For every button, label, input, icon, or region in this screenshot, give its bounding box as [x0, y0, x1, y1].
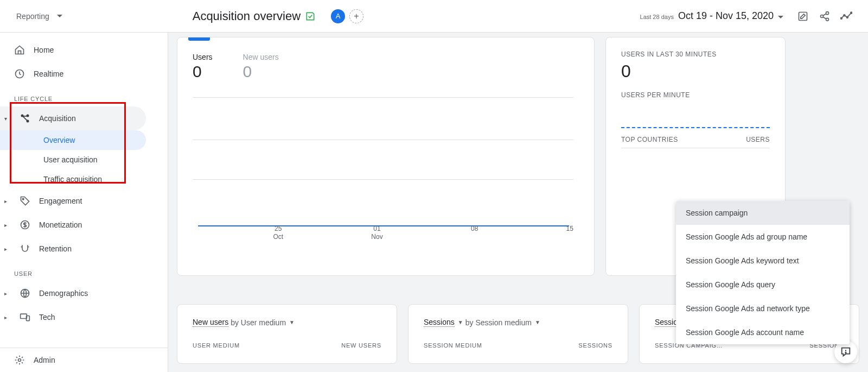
sidebar-item-traffic-acquisition[interactable]: Traffic acquisition [0, 169, 146, 189]
col-header-left: TOP COUNTRIES [621, 136, 678, 143]
realtime-subtitle: USERS PER MINUTE [621, 91, 770, 99]
sessions-medium-card: Sessions ▼ by Session medium ▼ SESSION M… [408, 304, 628, 364]
clock-icon [14, 68, 25, 79]
sparkline-placeholder [621, 127, 770, 128]
date-range-value: Oct 19 - Nov 15, 2020 [678, 10, 774, 22]
sidebar-item-label: Engagement [39, 197, 82, 205]
tag-icon [20, 196, 30, 206]
sidebar-item-label: Monetization [39, 220, 82, 229]
svg-point-3 [826, 18, 829, 21]
x-tick: 25Oct [273, 225, 283, 242]
home-icon [14, 45, 25, 55]
content: Users 0 New users 0 25Oct 01Nov [168, 33, 868, 372]
dropdown-item[interactable]: Session Google Ads query [676, 273, 850, 297]
col-header-right: SESSIONS [578, 342, 612, 349]
sidebar-item-tech[interactable]: ▸ Tech [0, 305, 146, 329]
users-chart-card: Users 0 New users 0 25Oct 01Nov [177, 37, 595, 276]
dimension-dropdown: Session campaign Session Google Ads ad g… [676, 201, 850, 344]
sidebar-item-user-acquisition[interactable]: User acquisition [0, 150, 146, 169]
sidebar-item-realtime[interactable]: Realtime [0, 62, 146, 86]
share-icon[interactable] [818, 10, 831, 23]
sidebar-item-label: Overview [43, 136, 75, 144]
add-comparison-button[interactable]: + [349, 9, 363, 23]
insights-icon[interactable] [840, 10, 853, 23]
metric-tab-users[interactable]: Users 0 [193, 53, 213, 81]
sidebar-item-demographics[interactable]: ▸ Demographics [0, 281, 146, 305]
sidebar-item-monetization[interactable]: ▸ Monetization [0, 213, 146, 237]
chevron-down-icon[interactable]: ▼ [289, 319, 295, 325]
dropdown-item[interactable]: Session Google Ads account name [676, 320, 850, 344]
card-dimension: by Session medium [465, 318, 532, 327]
svg-point-17 [18, 359, 21, 362]
dollar-icon [20, 219, 30, 230]
dropdown-item[interactable]: Session Google Ads keyword text [676, 249, 850, 273]
sidebar-item-home[interactable]: Home [0, 38, 146, 62]
acquisition-icon [20, 113, 30, 124]
chart-area: 25Oct 01Nov 08 15 [193, 97, 579, 238]
card-metric-link[interactable]: New users [193, 318, 228, 327]
metric-value: 0 [243, 62, 279, 81]
caret-down-icon: ▾ [4, 116, 11, 122]
page-title: Acquisition overview [193, 9, 301, 23]
svg-point-6 [846, 16, 848, 18]
date-range-label: Last 28 days [640, 14, 674, 20]
reporting-dropdown[interactable]: Reporting [16, 12, 62, 21]
sidebar-item-label: Home [34, 46, 54, 54]
sidebar-section-life-cycle: LIFE CYCLE [0, 86, 168, 106]
chevron-down-icon [778, 16, 783, 19]
x-tick: 15 [566, 225, 573, 242]
header: Reporting Acquisition overview A + Last … [0, 0, 868, 33]
svg-point-2 [821, 15, 824, 17]
sidebar-item-label: Admin [34, 356, 55, 364]
dropdown-item[interactable]: Session campaign [676, 201, 850, 225]
edit-icon[interactable] [796, 10, 809, 23]
sidebar-item-acquisition[interactable]: ▾ Acquisition [0, 106, 146, 130]
caret-right-icon: ▸ [4, 198, 11, 204]
gear-icon [14, 355, 25, 365]
sidebar-item-label: Realtime [34, 70, 63, 78]
col-header-right: NEW USERS [341, 342, 381, 349]
dropdown-item[interactable]: Session Google Ads ad group name [676, 225, 850, 249]
active-tab-indicator [188, 37, 210, 41]
new-users-card: New users by User medium ▼ USER MEDIUM N… [177, 304, 397, 364]
magnet-icon [20, 243, 30, 254]
caret-right-icon: ▸ [4, 314, 11, 320]
col-header-right: USERS [746, 136, 770, 143]
sidebar-item-admin[interactable]: Admin [0, 348, 146, 372]
svg-rect-15 [21, 314, 27, 318]
chevron-down-icon[interactable]: ▼ [535, 319, 540, 325]
caret-right-icon: ▸ [4, 291, 11, 297]
date-picker[interactable]: Last 28 days Oct 19 - Nov 15, 2020 [640, 10, 783, 22]
chevron-down-icon[interactable]: ▼ [458, 319, 463, 325]
sidebar-item-overview[interactable]: Overview [0, 130, 146, 150]
svg-point-5 [844, 14, 845, 16]
x-tick: 08 [471, 225, 478, 242]
globe-icon [20, 288, 30, 299]
card-dimension: by User medium [231, 318, 286, 327]
sidebar-item-label: Traffic acquisition [43, 175, 102, 184]
svg-point-1 [826, 11, 829, 14]
sidebar-item-label: Retention [39, 244, 72, 253]
verified-icon [305, 11, 316, 22]
x-tick: 01Nov [371, 225, 382, 242]
sidebar-item-label: Tech [39, 313, 55, 321]
sidebar-section-user: USER [0, 261, 168, 281]
sidebar-item-retention[interactable]: ▸ Retention [0, 237, 146, 261]
col-header-left: USER MEDIUM [193, 342, 240, 349]
sidebar-item-label: Acquisition [39, 114, 76, 123]
metric-tab-new-users[interactable]: New users 0 [243, 53, 279, 81]
devices-icon [20, 312, 30, 323]
realtime-value: 0 [621, 61, 770, 81]
caret-right-icon: ▸ [4, 222, 11, 228]
reporting-label: Reporting [16, 12, 49, 21]
realtime-title: USERS IN LAST 30 MINUTES [621, 51, 770, 58]
audience-badge[interactable]: A [331, 9, 345, 23]
metric-value: 0 [193, 62, 213, 81]
svg-point-4 [840, 17, 842, 19]
sidebar-item-engagement[interactable]: ▸ Engagement [0, 189, 146, 213]
caret-right-icon: ▸ [4, 246, 11, 252]
card-metric-link[interactable]: Sessions [424, 318, 455, 327]
svg-point-19 [845, 352, 846, 353]
dropdown-item[interactable]: Session Google Ads ad network type [676, 297, 850, 320]
svg-rect-0 [799, 12, 807, 20]
